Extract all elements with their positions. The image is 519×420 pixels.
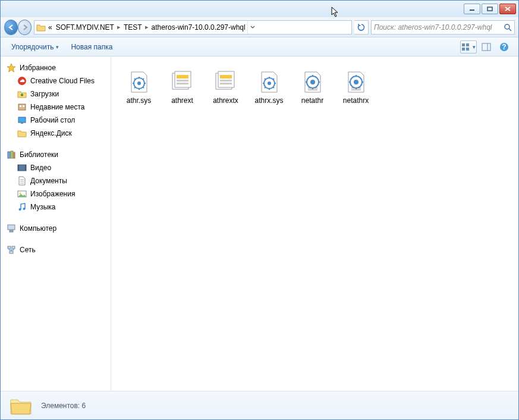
address-bar[interactable]: « SOFT.MYDIV.NET ▸ TEST ▸ atheros-win7-1…: [34, 20, 352, 35]
sidebar-item-music[interactable]: Музыка: [7, 200, 111, 214]
explorer-window: « SOFT.MYDIV.NET ▸ TEST ▸ atheros-win7-1…: [0, 0, 519, 420]
mouse-cursor-icon: [331, 7, 339, 17]
libraries-icon: [7, 150, 16, 159]
creative-cloud-icon: [17, 76, 27, 86]
minimize-button[interactable]: [464, 4, 480, 14]
sidebar-item-creative-cloud[interactable]: Creative Cloud Files: [7, 74, 111, 87]
file-item[interactable]: athrext: [161, 66, 204, 108]
favorites-header[interactable]: Избранное: [7, 61, 111, 74]
libraries-group: Библиотеки Видео Документы Изображения М…: [7, 148, 111, 214]
svg-rect-19: [11, 151, 13, 158]
svg-rect-1: [487, 7, 492, 11]
svg-point-63: [310, 80, 315, 84]
video-icon: [17, 163, 27, 173]
new-folder-button[interactable]: Новая папка: [66, 40, 117, 54]
svg-rect-34: [12, 246, 15, 249]
svg-point-53: [268, 82, 271, 85]
svg-point-30: [23, 208, 26, 210]
file-item[interactable]: athrextx: [204, 66, 247, 108]
breadcrumb-segment[interactable]: atheros-win7-10.0.0.297-whql: [150, 23, 247, 32]
file-label: athr.sys: [127, 96, 151, 105]
pictures-icon: [17, 189, 27, 199]
svg-rect-21: [18, 165, 26, 171]
svg-rect-5: [466, 43, 469, 46]
svg-rect-0: [470, 10, 474, 11]
svg-line-60: [273, 79, 274, 80]
status-bar: Элементов: 6: [1, 391, 518, 419]
star-icon: [7, 63, 16, 73]
file-item[interactable]: athr.sys: [117, 66, 161, 108]
breadcrumb-prefix[interactable]: «: [46, 23, 54, 32]
toolbar-right: ▾ ?: [460, 40, 512, 54]
svg-rect-20: [14, 152, 15, 158]
svg-rect-13: [18, 104, 26, 110]
file-icon: [298, 69, 327, 95]
svg-text:?: ?: [502, 43, 506, 51]
svg-rect-49: [220, 75, 232, 79]
view-mode-button[interactable]: ▾: [460, 40, 477, 54]
preview-pane-button[interactable]: [478, 40, 495, 54]
file-icon: [125, 69, 153, 95]
svg-rect-50: [220, 80, 232, 82]
svg-line-59: [273, 87, 274, 88]
svg-line-42: [134, 79, 136, 80]
svg-line-58: [265, 79, 266, 80]
toolbar: Упорядочить ▾ Новая папка ▾ ?: [1, 37, 518, 57]
svg-rect-51: [220, 83, 232, 84]
forward-button[interactable]: [18, 20, 32, 35]
back-button[interactable]: [4, 20, 18, 35]
network-header[interactable]: Сеть: [7, 243, 111, 256]
sidebar-item-videos[interactable]: Видео: [7, 161, 111, 174]
navigation-pane: Избранное Creative Cloud Files Загрузки …: [1, 57, 111, 391]
svg-rect-6: [462, 48, 465, 51]
folder-icon: [17, 128, 27, 138]
svg-point-2: [505, 24, 509, 29]
titlebar: [1, 1, 518, 17]
chevron-down-icon: ▾: [56, 44, 59, 50]
file-label: athrext: [171, 96, 193, 105]
svg-rect-47: [177, 80, 188, 82]
search-input[interactable]: Поиск: atheros-win7-10.0.0.297-whql: [371, 20, 515, 35]
music-icon: [17, 202, 27, 212]
address-dropdown[interactable]: [247, 21, 258, 34]
status-text: Элементов: 6: [41, 402, 86, 410]
svg-rect-23: [25, 165, 26, 171]
breadcrumb-segment[interactable]: SOFT.MYDIV.NET: [54, 23, 116, 32]
file-item[interactable]: netathrx: [334, 66, 378, 108]
sidebar-item-documents[interactable]: Документы: [7, 174, 111, 187]
chevron-down-icon: ▾: [473, 44, 476, 50]
svg-rect-14: [20, 105, 21, 107]
libraries-header[interactable]: Библиотеки: [7, 148, 111, 161]
sidebar-item-yandex-disk[interactable]: Яндекс.Диск: [7, 127, 111, 140]
file-label: athrx.sys: [254, 96, 283, 105]
chevron-right-icon: ▸: [116, 23, 122, 31]
refresh-button[interactable]: [354, 20, 369, 35]
sidebar-item-desktop[interactable]: Рабочий стол: [7, 114, 111, 127]
svg-rect-46: [177, 75, 188, 79]
body: Избранное Creative Cloud Files Загрузки …: [1, 57, 518, 391]
search-placeholder: Поиск: atheros-win7-10.0.0.297-whql: [374, 23, 492, 32]
computer-header[interactable]: Компьютер: [7, 222, 111, 235]
breadcrumb-segment[interactable]: TEST: [122, 23, 144, 32]
organize-button[interactable]: Упорядочить ▾: [7, 40, 64, 54]
file-list[interactable]: athr.sysathrextathrextxathrx.sysnetathrn…: [111, 57, 518, 391]
maximize-button[interactable]: [482, 4, 498, 14]
network-group: Сеть: [7, 243, 111, 256]
svg-rect-8: [482, 43, 490, 51]
desktop-icon: [17, 115, 27, 125]
computer-icon: [7, 224, 16, 233]
sidebar-item-recent[interactable]: Недавние места: [7, 101, 111, 114]
file-item[interactable]: athrx.sys: [247, 66, 291, 108]
svg-rect-22: [18, 165, 19, 171]
close-button[interactable]: [499, 4, 516, 14]
file-item[interactable]: netathr: [291, 66, 334, 108]
svg-line-61: [265, 87, 266, 88]
window-controls: [464, 4, 516, 14]
svg-rect-15: [23, 105, 24, 107]
file-label: netathrx: [343, 96, 369, 105]
sidebar-item-pictures[interactable]: Изображения: [7, 187, 111, 200]
help-button[interactable]: ?: [496, 40, 512, 54]
navigation-bar: « SOFT.MYDIV.NET ▸ TEST ▸ atheros-win7-1…: [1, 17, 518, 37]
sidebar-item-downloads[interactable]: Загрузки: [7, 87, 111, 101]
svg-line-43: [143, 87, 144, 88]
